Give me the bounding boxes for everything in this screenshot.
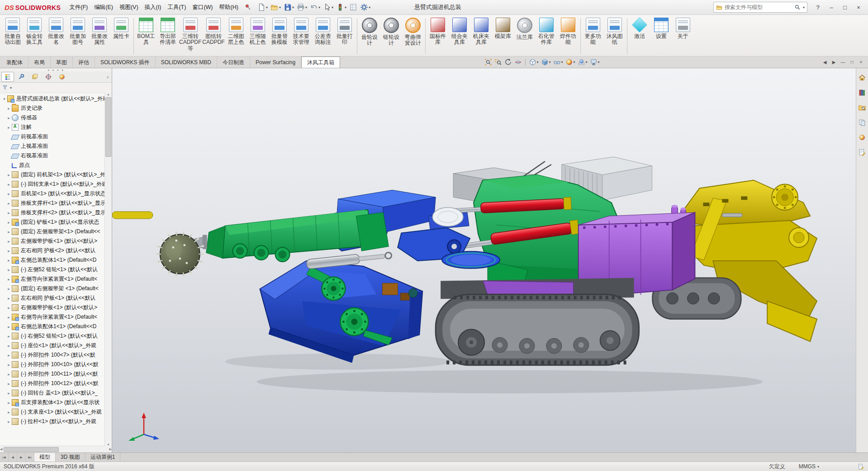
ribbon-button[interactable]: 公差查 询标注: [312, 16, 334, 46]
tree-item[interactable]: ▸(-) 座位<1> (默认<<默认>_外观: [1, 341, 112, 350]
expand-arrow[interactable]: ▸: [6, 201, 11, 206]
menu-item-3[interactable]: 插入(I): [142, 2, 165, 13]
ribbon-button[interactable]: 弯曲弹 簧设计: [402, 16, 424, 47]
tab-nav-button-3[interactable]: ▶|: [26, 453, 34, 462]
tree-item[interactable]: ▸(-) 回转台 盖<1> (默认<<默认>_: [1, 388, 112, 398]
tab-nav-button-2[interactable]: ▶: [17, 453, 26, 462]
3d-model[interactable]: [112, 68, 856, 452]
hscroll-thumb[interactable]: [4, 447, 59, 452]
ribbon-button[interactable]: 三维随 机上色: [247, 16, 269, 46]
ribbon-button[interactable]: 关于: [672, 16, 694, 40]
next-window-button[interactable]: ▶: [830, 58, 838, 66]
ribbon-button[interactable]: 法兰库: [514, 16, 536, 41]
view-orientation-button[interactable]: ▾: [528, 57, 540, 67]
command-tab-3[interactable]: 评估: [73, 57, 95, 68]
close-button[interactable]: ×: [852, 2, 865, 13]
tab-nav-button-1[interactable]: ◀: [9, 453, 17, 462]
tab-nav-button-0[interactable]: |◀: [0, 453, 9, 462]
ribbon-button[interactable]: 组合夹 具库: [449, 16, 470, 46]
ribbon-button[interactable]: 批量打 印: [334, 16, 356, 46]
tree-item[interactable]: 右视基准面: [1, 151, 112, 160]
select-cursor-button[interactable]: ▾: [322, 2, 335, 12]
roller[interactable]: [408, 288, 417, 297]
bottom-tab-2[interactable]: 运动算例1: [85, 453, 121, 462]
expand-arrow[interactable]: ▸: [6, 353, 11, 358]
pin-menu-button[interactable]: [242, 3, 254, 12]
options-gear-button[interactable]: ▾: [359, 2, 372, 12]
tree-item[interactable]: ▸左侧导向张紧装置<1> (Default<: [1, 274, 112, 284]
tree-item[interactable]: ▸推板支撑杆<2> (默认<<默认>_显示: [1, 208, 112, 217]
ribbon-button[interactable]: 焊件功 能: [557, 16, 579, 46]
previous-window-button[interactable]: ◀: [821, 58, 829, 66]
expand-arrow[interactable]: ▸: [6, 106, 11, 111]
tree-item[interactable]: ▸后支撑装配体<1> (默认<<显示状: [1, 398, 112, 407]
save-button[interactable]: ▾: [282, 2, 295, 12]
expand-arrow[interactable]: ▸: [6, 182, 11, 187]
panel-splitter-handle[interactable]: ● ● ● ●: [0, 68, 112, 71]
expand-arrow[interactable]: ▸: [6, 400, 11, 405]
view-palette-button[interactable]: [857, 118, 867, 127]
configurationmanager-tab[interactable]: [28, 72, 41, 82]
rebuild-button[interactable]: ▾: [335, 2, 348, 12]
scroll-left-arrow[interactable]: ◀: [0, 447, 2, 451]
expand-arrow[interactable]: ▸: [6, 419, 11, 424]
ribbon-button[interactable]: 批量改 名: [45, 16, 67, 46]
panel-vertical-scrollbar[interactable]: ▲ ▼: [104, 93, 112, 446]
hydraulic-manifold[interactable]: [382, 283, 398, 295]
tree-item[interactable]: ▸(-) 右侧52 链轮<1> (默认<<默认: [1, 331, 112, 341]
tree-item[interactable]: ▸左右相同 护板<1> (默认<<默认: [1, 293, 112, 303]
command-tab-1[interactable]: 布局: [28, 57, 51, 68]
tree-item[interactable]: ▸(-) 左侧52 链轮<1> (默认<<默认: [1, 265, 112, 274]
expand-arrow[interactable]: ▸: [6, 306, 11, 310]
tree-item[interactable]: ▸(-) 支承座<1> (默认<<默认>_外观: [1, 407, 112, 417]
expand-arrow[interactable]: ▸: [6, 268, 11, 272]
menu-item-4[interactable]: 工具(T): [164, 2, 189, 13]
command-tab-8[interactable]: 沐风工具箱: [301, 57, 340, 68]
bottom-tab-1[interactable]: 3D 视图: [56, 453, 85, 462]
undo-button[interactable]: ▾: [308, 2, 322, 12]
tree-item[interactable]: 前视基准面: [1, 132, 112, 141]
expand-arrow[interactable]: ▸: [6, 220, 11, 225]
ribbon-button[interactable]: 批量加 图号: [67, 16, 89, 46]
tree-item[interactable]: ▸左侧总装配体1<1> (Default<<D: [1, 255, 112, 265]
search-dropdown-caret[interactable]: ▾: [803, 5, 805, 9]
tree-item[interactable]: ▸历史记录: [1, 104, 112, 113]
graphics-viewport[interactable]: [112, 68, 856, 452]
expand-arrow[interactable]: ▸: [6, 382, 11, 386]
expand-arrow[interactable]: ▸: [6, 230, 11, 234]
propertymanager-tab[interactable]: [15, 72, 28, 82]
minimize-document-button[interactable]: —: [839, 58, 847, 66]
ribbon-button[interactable]: 国标件 库: [427, 16, 449, 46]
zoom-fit-button[interactable]: [484, 57, 493, 67]
command-tab-7[interactable]: Power Surfacing: [250, 57, 301, 68]
tree-item[interactable]: ▸左右相同 护板<2> (默认<<默认: [1, 246, 112, 255]
file-properties-button[interactable]: [348, 2, 359, 12]
tree-item[interactable]: ▸左侧履带护板<1> (默认<<默认>: [1, 236, 112, 246]
design-library-button[interactable]: [857, 88, 867, 98]
ribbon-button[interactable]: 齿轮设 计: [359, 16, 380, 47]
displaymanager-tab[interactable]: [56, 72, 68, 82]
manifold-block[interactable]: [400, 293, 409, 300]
tree-item[interactable]: ▸(-) 拉杆<1> (默认<<默认>_外观: [1, 417, 112, 426]
menu-item-6[interactable]: 帮助(H): [216, 2, 242, 13]
ribbon-button[interactable]: 技术要 求管理: [290, 16, 312, 46]
ribbon-button[interactable]: 石化管 件库: [536, 16, 557, 46]
search-box[interactable]: 搜索文件与模型 ▾: [713, 2, 807, 13]
expand-arrow[interactable]: ▸: [6, 296, 11, 301]
previous-view-button[interactable]: [503, 57, 513, 67]
menu-item-2[interactable]: 视图(V): [116, 2, 142, 13]
expand-arrow[interactable]: ▸: [6, 334, 11, 339]
expand-arrow[interactable]: ▸: [6, 249, 11, 253]
dimxpertmanager-tab[interactable]: [42, 72, 55, 82]
ribbon-button[interactable]: 设置: [650, 16, 672, 40]
scroll-right-arrow[interactable]: ▶: [109, 447, 112, 451]
expand-arrow[interactable]: ▸: [6, 344, 11, 348]
ribbon-button[interactable]: 钣金转 换工具: [24, 16, 45, 46]
expand-arrow[interactable]: ▸: [6, 258, 11, 263]
filter-dropdown-caret[interactable]: ▾: [10, 86, 12, 90]
expand-arrow[interactable]: ▸: [6, 116, 11, 120]
expand-arrow[interactable]: ▸: [6, 287, 11, 291]
bottom-tab-0[interactable]: 模型: [34, 453, 56, 462]
expand-arrow[interactable]: ▸: [6, 363, 11, 367]
tree-item[interactable]: ▸(固定) 左侧履带架<1> (Default<<: [1, 227, 112, 236]
